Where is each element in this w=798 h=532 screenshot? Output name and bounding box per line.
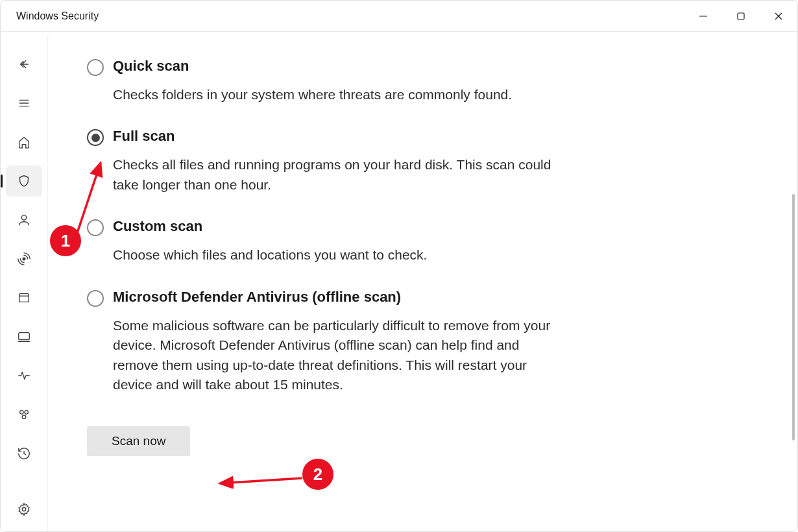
account-icon[interactable] <box>6 204 42 236</box>
app-browser-icon[interactable] <box>6 282 42 313</box>
svg-point-14 <box>20 411 23 415</box>
menu-icon[interactable] <box>6 88 42 119</box>
titlebar: Windows Security <box>1 1 797 32</box>
home-icon[interactable] <box>6 127 42 158</box>
svg-point-15 <box>25 411 28 415</box>
quick-scan-radio[interactable] <box>87 59 104 76</box>
close-button[interactable] <box>760 1 797 31</box>
custom-scan-title: Custom scan <box>113 218 567 235</box>
window-controls <box>684 1 797 31</box>
svg-point-9 <box>23 258 25 260</box>
svg-rect-12 <box>19 333 30 340</box>
family-icon[interactable] <box>6 399 42 430</box>
scrollbar[interactable] <box>792 194 795 441</box>
svg-rect-1 <box>738 13 744 19</box>
content-area: Quick scan Checks folders in your system… <box>47 32 797 531</box>
window-title: Windows Security <box>16 10 99 22</box>
svg-point-16 <box>22 415 26 419</box>
minimize-button[interactable] <box>684 1 722 31</box>
device-performance-icon[interactable] <box>6 360 42 391</box>
full-scan-title: Full scan <box>113 128 567 145</box>
quick-scan-option[interactable]: Quick scan Checks folders in your system… <box>87 58 758 104</box>
custom-scan-option[interactable]: Custom scan Choose which files and locat… <box>87 218 758 265</box>
sidebar <box>1 32 47 531</box>
offline-scan-desc: Some malicious software can be particula… <box>113 316 567 395</box>
quick-scan-title: Quick scan <box>113 58 567 75</box>
firewall-icon[interactable] <box>6 243 42 274</box>
full-scan-radio[interactable] <box>87 129 104 146</box>
svg-point-17 <box>22 507 26 511</box>
protection-history-icon[interactable] <box>6 438 42 469</box>
svg-point-8 <box>21 215 26 220</box>
annotation-marker-2: 2 <box>302 459 333 490</box>
scan-now-button[interactable]: Scan now <box>87 426 190 456</box>
custom-scan-desc: Choose which files and locations you wan… <box>113 245 567 265</box>
offline-scan-option[interactable]: Microsoft Defender Antivirus (offline sc… <box>87 289 758 395</box>
offline-scan-title: Microsoft Defender Antivirus (offline sc… <box>113 289 567 306</box>
annotation-marker-1: 1 <box>50 225 81 256</box>
quick-scan-desc: Checks folders in your system where thre… <box>113 85 567 104</box>
back-button[interactable] <box>6 49 42 80</box>
svg-rect-10 <box>19 294 29 302</box>
full-scan-desc: Checks all files and running programs on… <box>113 155 567 195</box>
shield-icon[interactable] <box>6 165 42 197</box>
full-scan-option[interactable]: Full scan Checks all files and running p… <box>87 128 758 195</box>
offline-scan-radio[interactable] <box>87 290 104 307</box>
settings-icon[interactable] <box>6 494 42 525</box>
device-security-icon[interactable] <box>6 321 42 352</box>
maximize-button[interactable] <box>722 1 760 31</box>
custom-scan-radio[interactable] <box>87 219 104 236</box>
